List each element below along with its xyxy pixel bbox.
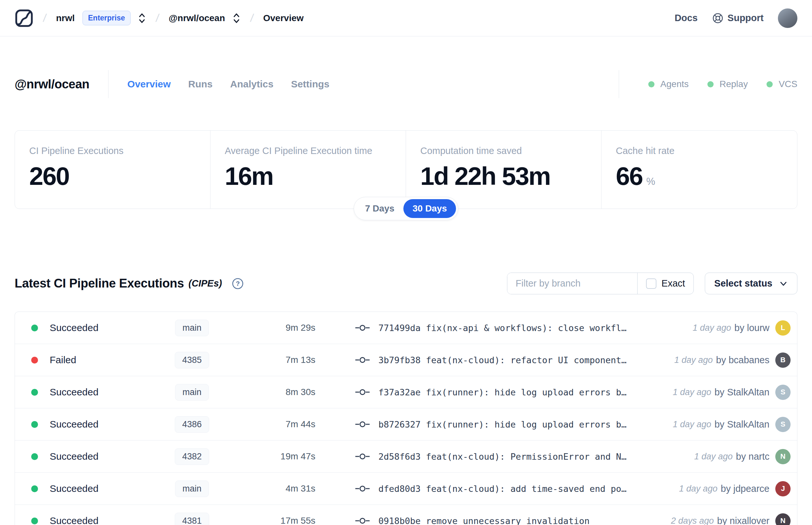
branch-badge[interactable]: 4386 — [175, 416, 209, 433]
divider — [619, 70, 619, 98]
duration: 9m 29s — [231, 322, 316, 333]
status-dot — [31, 325, 38, 331]
svg-text:?: ? — [236, 280, 240, 287]
branch-badge[interactable]: main — [175, 384, 209, 401]
status-indicator[interactable]: Replay — [707, 79, 748, 89]
breadcrumb-org[interactable]: nrwl — [56, 13, 75, 24]
green-dot-icon — [648, 81, 655, 87]
status-indicator[interactable]: VCS — [767, 79, 797, 89]
commit-cell: b8726327 fix(runner): hide log upload er… — [355, 419, 673, 430]
exact-checkbox[interactable] — [646, 279, 656, 289]
git-commit-icon — [355, 388, 370, 396]
commit-message[interactable]: 3b79fb38 feat(nx-cloud): refactor UI com… — [378, 355, 627, 365]
author-avatar[interactable]: S — [775, 417, 791, 432]
help-icon[interactable]: ? — [232, 278, 244, 290]
commit-message[interactable]: 771499da fix(nx-api & workflows): close … — [378, 323, 627, 333]
branch-cell: 4381 — [153, 513, 231, 525]
author[interactable]: by nixallover — [717, 515, 769, 525]
commit-cell: 0918b0be remove unnecessary invalidation — [355, 516, 671, 525]
stat-value: 16m — [225, 162, 399, 191]
breadcrumb-workspace[interactable]: @nrwl/ocean — [169, 13, 225, 24]
workspace-selector-chevrons-icon[interactable] — [232, 12, 241, 24]
row-meta: 1 day ago by StalkAltan S — [673, 417, 791, 432]
stat-label: Cache hit rate — [616, 146, 791, 156]
commit-message[interactable]: b8726327 fix(runner): hide log upload er… — [378, 419, 627, 430]
author[interactable]: by nartc — [736, 451, 769, 462]
author-avatar[interactable]: L — [775, 320, 791, 335]
status-label: Succeeded — [50, 322, 153, 333]
table-row[interactable]: Succeeded main 4m 31s dfed80d3 feat(nx-c… — [15, 473, 797, 505]
divider — [108, 70, 108, 98]
status-label: Succeeded — [50, 387, 153, 397]
branch-badge[interactable]: 4382 — [175, 448, 209, 465]
cipe-table: Succeeded main 9m 29s 771499da fix(nx-ap… — [15, 312, 797, 525]
status-dot — [31, 453, 38, 460]
tab[interactable]: Runs — [188, 79, 212, 90]
lifebuoy-icon — [712, 12, 724, 24]
timestamp: 1 day ago — [692, 323, 731, 333]
author-avatar[interactable]: S — [775, 385, 791, 400]
status-items: Agents Replay VCS — [648, 79, 797, 89]
docs-link[interactable]: Docs — [675, 13, 698, 24]
stat-number: 260 — [29, 162, 69, 190]
org-selector-chevrons-icon[interactable] — [138, 12, 146, 24]
timestamp: 1 day ago — [673, 387, 711, 397]
commit-message[interactable]: f37a32ae fix(runner): hide log upload er… — [378, 387, 627, 397]
branch-cell: main — [153, 480, 231, 497]
row-meta: 1 day ago by lourw L — [692, 320, 791, 335]
support-label: Support — [727, 13, 764, 24]
exact-filter: Exact — [638, 278, 694, 289]
status-indicator-label: Agents — [660, 79, 689, 89]
branch-filter-input[interactable] — [507, 273, 637, 294]
commit-message[interactable]: 0918b0be remove unnecessary invalidation — [378, 516, 589, 525]
table-row[interactable]: Succeeded 4382 19m 47s 2d58f6d3 feat(nx-… — [15, 440, 797, 473]
range-option[interactable]: 7 Days — [356, 199, 403, 218]
timestamp: 1 day ago — [674, 355, 713, 365]
nx-cloud-logo-icon[interactable] — [15, 9, 33, 28]
top-nav: / nrwl Enterprise / @nrwl/ocean / Overvi… — [0, 0, 812, 36]
cipe-section-header: Latest CI Pipeline Executions (CIPEs) ? … — [15, 273, 797, 294]
range-option[interactable]: 30 Days — [403, 199, 456, 218]
tab[interactable]: Analytics — [230, 79, 273, 90]
tab[interactable]: Overview — [127, 79, 170, 90]
author[interactable]: by bcabanes — [716, 355, 769, 365]
branch-cell: 4385 — [153, 352, 231, 369]
timestamp: 1 day ago — [679, 484, 718, 494]
user-avatar[interactable] — [778, 9, 797, 28]
table-filters: Exact Select status — [507, 273, 797, 294]
enterprise-badge[interactable]: Enterprise — [82, 11, 131, 25]
author-avatar[interactable]: J — [775, 481, 791, 496]
status-select-dropdown[interactable]: Select status — [705, 273, 797, 294]
author[interactable]: by lourw — [734, 322, 769, 333]
workspace-header: @nrwl/ocean Overview Runs Analytics Sett… — [15, 70, 797, 98]
support-link[interactable]: Support — [712, 12, 764, 24]
commit-message[interactable]: dfed80d3 feat(nx-cloud): add time-saved … — [378, 484, 627, 494]
author[interactable]: by StalkAltan — [715, 387, 769, 397]
table-row[interactable]: Succeeded main 8m 30s f37a32ae fix(runne… — [15, 376, 797, 408]
duration: 19m 47s — [231, 451, 316, 462]
author[interactable]: by StalkAltan — [715, 419, 769, 430]
workspace-title: @nrwl/ocean — [15, 77, 89, 91]
tab[interactable]: Settings — [291, 79, 330, 90]
author-avatar[interactable]: N — [775, 513, 791, 525]
table-row[interactable]: Succeeded 4386 7m 44s b8726327 fix(runne… — [15, 408, 797, 440]
branch-badge[interactable]: main — [175, 320, 209, 336]
breadcrumb-page: Overview — [263, 13, 304, 24]
branch-badge[interactable]: 4385 — [175, 352, 209, 369]
nav-actions: Docs Support — [675, 9, 797, 28]
branch-badge[interactable]: main — [175, 480, 209, 497]
author-avatar[interactable]: B — [775, 352, 791, 368]
branch-badge[interactable]: 4381 — [175, 513, 209, 525]
status-indicator[interactable]: Agents — [648, 79, 689, 89]
table-row[interactable]: Succeeded main 9m 29s 771499da fix(nx-ap… — [15, 312, 797, 344]
author[interactable]: by jdpearce — [721, 483, 769, 494]
branch-filter-group: Exact — [507, 273, 694, 294]
author-avatar[interactable]: N — [775, 449, 791, 464]
stat-value: 1d 22h 53m — [420, 162, 595, 191]
table-row[interactable]: Failed 4385 7m 13s 3b79fb38 feat(nx-clou… — [15, 344, 797, 376]
status-indicator-label: Replay — [719, 79, 748, 89]
duration: 17m 55s — [231, 515, 316, 525]
status-select-label: Select status — [714, 278, 772, 289]
table-row[interactable]: Succeeded 4381 17m 55s 0918b0be remove u… — [15, 505, 797, 525]
commit-message[interactable]: 2d58f6d3 feat(nx-cloud): PermissionError… — [378, 452, 627, 462]
